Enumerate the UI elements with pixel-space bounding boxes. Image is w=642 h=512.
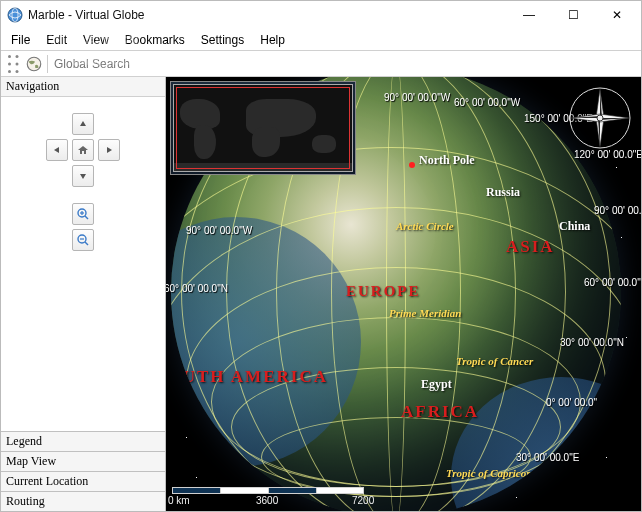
menu-file[interactable]: File — [3, 31, 38, 49]
navigation-pad — [1, 97, 165, 431]
pan-right-button[interactable] — [98, 139, 120, 161]
svg-point-2 — [8, 55, 11, 58]
coord-60w: 60° 00' 00.0"W — [454, 97, 520, 108]
pan-down-button[interactable] — [72, 165, 94, 187]
svg-point-0 — [8, 8, 22, 22]
menubar: File Edit View Bookmarks Settings Help — [1, 29, 641, 51]
window-title: Marble - Virtual Globe — [28, 8, 507, 22]
zoom-in-button[interactable] — [72, 203, 94, 225]
overview-map[interactable] — [170, 81, 356, 175]
svg-line-10 — [85, 216, 88, 219]
coord-90w: 90° 00' 00.0"W — [384, 92, 450, 103]
navigation-panel-title: Navigation — [1, 77, 165, 97]
pan-left-button[interactable] — [46, 139, 68, 161]
search-input[interactable] — [52, 55, 637, 73]
coord-30e: 30° 00' 00.0"E — [516, 452, 579, 463]
close-button[interactable]: ✕ — [595, 1, 639, 29]
tab-current-location[interactable]: Current Location — [1, 471, 165, 491]
coord-60n: 60° 00' 00.0"N — [166, 283, 228, 294]
menu-settings[interactable]: Settings — [193, 31, 252, 49]
window-controls: — ☐ ✕ — [507, 1, 639, 29]
svg-point-23 — [597, 115, 603, 121]
coord-30n: 30° 00' 00.0"N — [560, 337, 624, 348]
scale-tick-0: 0 km — [168, 495, 190, 506]
menu-view[interactable]: View — [75, 31, 117, 49]
north-pole-marker — [409, 162, 415, 168]
sidebar-tabs: Legend Map View Current Location Routing — [1, 431, 165, 511]
maximize-button[interactable]: ☐ — [551, 1, 595, 29]
coord-90e: 90° 00' 00.0"E — [594, 205, 641, 216]
coord-90w2: 90° 00' 00.0"W — [186, 225, 252, 236]
main-area: Navigation Legend Map View Current Locat… — [1, 77, 641, 511]
minimize-button[interactable]: — — [507, 1, 551, 29]
globe-viewport[interactable]: North Pole Russia China ASIA Arctic Circ… — [166, 77, 641, 511]
svg-point-4 — [8, 70, 11, 73]
scale-tick-1: 3600 — [256, 495, 278, 506]
svg-point-5 — [16, 55, 19, 58]
tab-legend[interactable]: Legend — [1, 431, 165, 451]
menu-bookmarks[interactable]: Bookmarks — [117, 31, 193, 49]
compass[interactable] — [567, 85, 633, 151]
svg-point-8 — [27, 57, 41, 71]
sidebar: Navigation Legend Map View Current Locat… — [1, 77, 166, 511]
app-icon — [7, 7, 23, 23]
svg-point-7 — [16, 70, 19, 73]
scale-bar: 0 km 3600 7200 — [172, 485, 372, 505]
toolbar-handle-icon — [5, 55, 23, 73]
svg-point-3 — [8, 62, 11, 65]
pan-up-button[interactable] — [72, 113, 94, 135]
svg-line-14 — [85, 242, 88, 245]
svg-point-6 — [16, 62, 19, 65]
toolbar — [1, 51, 641, 77]
coord-60e: 60° 00' 00.0"E — [584, 277, 641, 288]
tab-map-view[interactable]: Map View — [1, 451, 165, 471]
menu-help[interactable]: Help — [252, 31, 293, 49]
scale-tick-2: 7200 — [352, 495, 374, 506]
home-button[interactable] — [72, 139, 94, 161]
toolbar-separator — [47, 55, 48, 73]
zoom-out-button[interactable] — [72, 229, 94, 251]
titlebar: Marble - Virtual Globe — ☐ ✕ — [1, 1, 641, 29]
menu-edit[interactable]: Edit — [38, 31, 75, 49]
coord-eq: 0° 00' 00.0" — [546, 397, 597, 408]
globe-icon[interactable] — [25, 55, 43, 73]
tab-routing[interactable]: Routing — [1, 491, 165, 511]
